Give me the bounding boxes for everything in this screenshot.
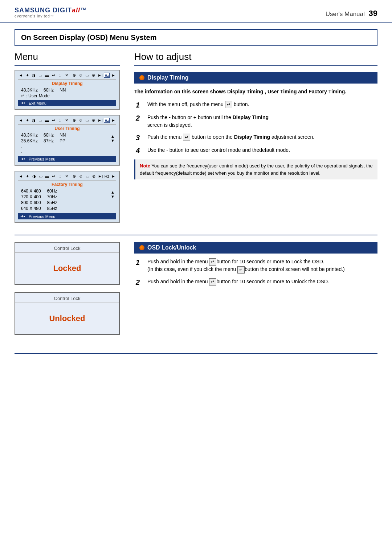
osd-freq-2a: 48.3KHz <box>21 133 38 138</box>
osd-mode-2b: PP <box>60 138 65 143</box>
osd-refresh-2a: 60Hz <box>44 133 54 138</box>
osd-icon-geometry-2: ▭ <box>38 118 43 123</box>
display-timing-intro: The information on this screen shows Dis… <box>134 88 377 96</box>
osd-mode-2a: NN <box>60 133 66 138</box>
logo-all-text: all <box>72 7 80 14</box>
osd-icon-contrast-3: ◑ <box>31 174 37 179</box>
osd-lock-steps: 1 Push and hold in the menu ↵button for … <box>134 258 377 287</box>
osd-icon-arrow1: ►| <box>97 73 103 78</box>
osd-icon-geometry-3: ▭ <box>38 174 43 179</box>
osd-step-1-text: Push and hold in the menu ↵button for 10… <box>147 258 345 274</box>
samsung-logo: SAMSUNG DIGITall™ <box>15 7 87 14</box>
osd-step-2-text: Push and hold in the menu ↵button for 10… <box>147 278 329 285</box>
step-3: 3 Push the menu ↵ button to open the Dis… <box>136 133 377 142</box>
osd-icon-fwd: ► <box>111 73 116 78</box>
control-lock-panel-locked: Control Lock Locked <box>15 242 120 285</box>
bottom-col-left: Control Lock Locked Control Lock Unlocke… <box>15 242 127 342</box>
osd-icon-x1: ✕ <box>64 73 69 78</box>
osd-icon-rect-2: ▭ <box>85 118 90 123</box>
osd-icon-rect: ▭ <box>85 73 90 78</box>
osd-icon-brightness: ✦ <box>25 73 30 78</box>
osd-icon-phi-2: ⊕ <box>72 118 77 123</box>
col-right-header: How to adjust <box>134 46 377 66</box>
osd-icons-row-3: ◄ ✦ ◑ ▭ ▬ ↩ ↕ ✕ ⊕ ☺ ▭ ⊗ ►| Hz ► <box>18 174 116 181</box>
osd-dots: ·· <box>21 144 66 154</box>
osd-factory-row-3: 800 X 600 85Hz <box>21 200 57 205</box>
logo-tagline: everyone's invited™ <box>15 14 87 18</box>
osd-icon-brightness-2: ✦ <box>25 118 30 123</box>
osd-exit-row-2: ➜▪ : Previous Menu <box>18 156 116 162</box>
logo-area: SAMSUNG DIGITall™ everyone's invited™ <box>15 7 87 18</box>
osd-icon-noslash-2: ⊗ <box>91 118 96 123</box>
bottom-col-right: OSD Lock/Unlock 1 Push and hold in the m… <box>127 242 377 342</box>
osd-step-1: 1 Push and hold in the menu ↵button for … <box>136 258 377 274</box>
control-lock-body-unlocked: Unlocked <box>15 303 119 334</box>
step-2: 2 Push the - button or + button until th… <box>136 114 377 129</box>
osd-icon-contrast: ◑ <box>31 73 37 78</box>
osd-prev-menu-label-2: : Previous Menu <box>26 157 55 161</box>
osd-data-row-1: 48.3KHz 60Hz NN <box>21 88 116 93</box>
osd-icon-info-2: ↕ <box>57 118 63 123</box>
note-box: Note You can see the frequency(user cont… <box>134 159 377 179</box>
header: SAMSUNG DIGITall™ everyone's invited™ Us… <box>0 0 392 23</box>
osd-exit-icon-3: ➜▪ <box>20 214 25 219</box>
osd-step-2: 2 Push and hold in the menu ↵button for … <box>136 278 377 287</box>
osd-exit-row-1: ➜▪ : Exit Menu <box>18 100 116 106</box>
osd-factory-row-4: 640 X 480 85Hz <box>21 206 57 211</box>
osd-step-1-btn: ↵ <box>209 258 216 266</box>
osd-exit-icon-2: ➜▪ <box>20 157 25 161</box>
osd-data-row-2a: 48.3KHz 60Hz NN <box>21 133 66 138</box>
col-left: Menu ◄ ✦ ◑ ▭ ▬ ↩ ↕ ✕ ⊕ ☺ ▭ ⊗ ►| <box>15 46 127 228</box>
control-lock-panel-unlocked: Control Lock Unlocked <box>15 292 120 335</box>
osd-icon-info: ↕ <box>57 73 63 78</box>
osd-icon-hz-2: Hz <box>104 118 110 123</box>
page-number: 39 <box>369 9 377 18</box>
osd-mode-1: NN <box>60 88 66 93</box>
osd-exit-label: : Exit Menu <box>26 101 46 105</box>
bottom-two-col: Control Lock Locked Control Lock Unlocke… <box>15 242 377 342</box>
osd-exit-row-3: ➜▪ : Previous Menu <box>18 213 116 219</box>
osd-icon-color: ▬ <box>44 73 50 78</box>
osd-icon-hz: Hz <box>104 73 110 78</box>
step-2-text: Push the - button or + button until the … <box>147 114 269 129</box>
osd-icon-return: ↩ <box>51 73 56 78</box>
osd-icon-back-3: ◄ <box>18 174 24 179</box>
osd-exit-icon: ➜▪ <box>20 101 25 105</box>
osd-icon-return-3: ↩ <box>51 174 56 179</box>
osd-freq-1: 48.3KHz <box>21 88 38 93</box>
osd-icon-arrow1-3: ►| <box>98 174 103 179</box>
osd-factory-row-1: 640 X 480 60Hz <box>21 189 57 194</box>
step-4-num: 4 <box>136 146 143 155</box>
section-title-bar: On Screen Display (OSD) Menu System <box>15 29 377 46</box>
osd-factory-row-2: 720 X 400 70Hz <box>21 194 57 199</box>
osd-icon-color-2: ▬ <box>44 118 50 123</box>
osd-icon-fwd-3: ► <box>111 174 116 179</box>
note-label: Note <box>140 163 150 169</box>
osd-icon-arrow1-2: ►| <box>97 118 103 123</box>
page: SAMSUNG DIGITall™ everyone's invited™ Us… <box>0 0 392 555</box>
control-lock-title-1: Control Lock <box>15 243 119 253</box>
step-4: 4 Use the - button to see user control m… <box>136 146 377 155</box>
osd-icon-heart-3: ☺ <box>78 174 83 179</box>
osd-icon-return-2: ↩ <box>51 118 56 123</box>
osd-step-1-btn2: ↵ <box>237 266 245 274</box>
display-timing-steps: 1 With the menu off, push the menu ↵ but… <box>134 101 377 155</box>
osd-icon-x2: ✕ <box>64 118 69 123</box>
osd-icons-row-1: ◄ ✦ ◑ ▭ ▬ ↩ ↕ ✕ ⊕ ☺ ▭ ⊗ ►| Hz ► <box>18 73 116 80</box>
osd-tri-down-3: ▼ <box>111 194 115 199</box>
osd-icon-hz-3: Hz <box>104 174 110 179</box>
osd-lock-heading-label: OSD Lock/Unlock <box>147 244 196 251</box>
osd-lock-dot <box>139 245 144 250</box>
step-3-num: 3 <box>136 133 143 142</box>
note-text: You can see the frequency(user control m… <box>140 163 373 176</box>
osd-icon-rect-3: ▭ <box>85 174 90 179</box>
osd-icon-contrast-2: ◑ <box>31 118 37 123</box>
display-timing-dot <box>139 75 144 80</box>
control-lock-body-locked: Locked <box>15 253 119 284</box>
osd-step-2-btn: ↵ <box>209 278 216 285</box>
step-3-btn: ↵ <box>183 134 190 141</box>
step-1-btn: ↵ <box>225 101 232 108</box>
osd-icon-phi-3: ⊕ <box>72 174 77 179</box>
osd-refresh-2b: 87Hz <box>44 138 54 143</box>
osd-icon-heart: ☺ <box>78 73 83 78</box>
